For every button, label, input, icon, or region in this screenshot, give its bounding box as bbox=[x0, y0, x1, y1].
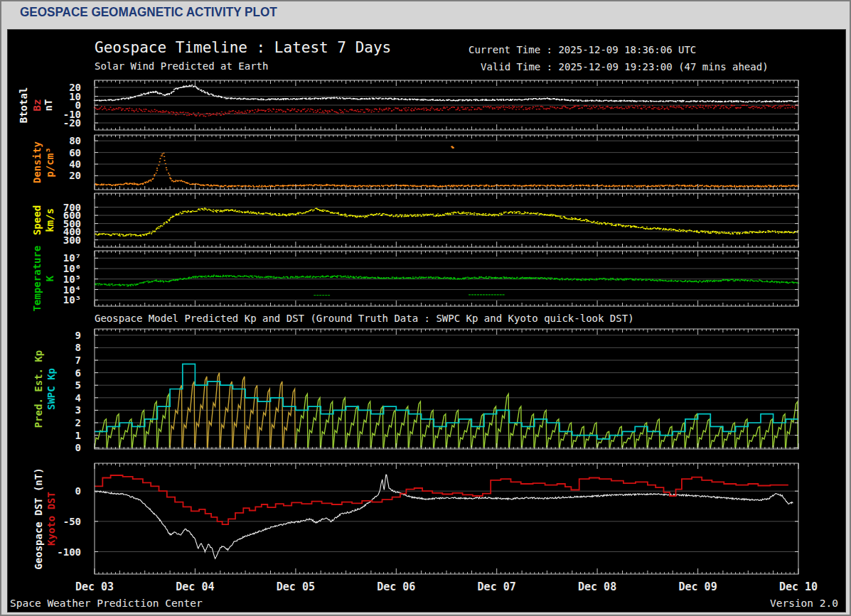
trace-pred-est-kp bbox=[119, 419, 132, 448]
trace-pred-est-kp bbox=[233, 377, 245, 448]
ytick-label: 20 bbox=[69, 170, 81, 181]
axis-label-temperature-0: Temperature bbox=[31, 246, 43, 312]
trace-pred-est-kp bbox=[434, 414, 446, 448]
trace-pred-est-kp bbox=[497, 394, 509, 448]
trace-pred-est-kp bbox=[195, 377, 207, 448]
ytick-label: 8 bbox=[75, 342, 81, 353]
axis-label-kp-0: Pred. Est. Kp bbox=[33, 350, 44, 428]
trace-pred-est-kp bbox=[572, 426, 584, 448]
xtick-label: Dec 10 bbox=[779, 580, 818, 593]
trace-pred-est-kp bbox=[346, 406, 358, 448]
trace-temperature bbox=[95, 275, 799, 286]
trace-pred-est-kp bbox=[321, 401, 333, 448]
axis-label-imf-2: nT bbox=[43, 99, 54, 112]
xtick-label: Dec 05 bbox=[277, 580, 315, 593]
trace-pred-est-kp bbox=[748, 426, 760, 448]
ytick-label: 0 bbox=[75, 485, 81, 497]
ytick-label: 7 bbox=[75, 355, 81, 366]
trace-pred-est-kp bbox=[535, 410, 547, 448]
trace-pred-est-kp bbox=[183, 382, 195, 448]
trace-pred-est-kp bbox=[623, 431, 635, 448]
trace-pred-est-kp bbox=[409, 401, 421, 448]
axis-label-density-1: p/cm³ bbox=[44, 147, 55, 177]
axis-label-dst-1: Kyoto DST bbox=[46, 492, 57, 546]
trace-kyoto-dst bbox=[95, 475, 788, 524]
trace-pred-est-kp bbox=[145, 401, 157, 448]
trace-pred-est-kp bbox=[710, 426, 722, 448]
trace-pred-est-kp bbox=[774, 414, 786, 448]
trace-pred-est-kp bbox=[484, 406, 496, 448]
xtick-label: Dec 06 bbox=[377, 580, 415, 593]
trace-pred-est-kp bbox=[358, 401, 370, 448]
ytick-label: 40 bbox=[69, 158, 81, 170]
ytick-label: 9 bbox=[75, 330, 81, 341]
page-title: GEOSPACE GEOMAGNETIC ACTIVITY PLOT bbox=[20, 4, 277, 20]
header-bar: GEOSPACE GEOMAGNETIC ACTIVITY PLOT bbox=[20, 4, 306, 20]
ytick-label: 3 bbox=[75, 404, 81, 416]
panel-kp: 9876543210Pred. Est. KpSWPC Kp bbox=[33, 329, 798, 453]
axis-label-kp-1: SWPC Kp bbox=[46, 368, 57, 410]
xtick-label: Dec 09 bbox=[679, 580, 717, 593]
trace-pred-est-kp bbox=[698, 419, 710, 448]
trace-pred-est-kp bbox=[509, 406, 521, 448]
trace-pred-est-kp bbox=[597, 431, 609, 448]
trace-pred-est-kp bbox=[786, 401, 798, 448]
trace-pred-est-kp bbox=[245, 385, 257, 448]
trace-pred-est-kp bbox=[296, 394, 308, 448]
trace-pred-est-kp bbox=[95, 419, 107, 448]
ytick-label: 0 bbox=[75, 442, 81, 453]
axis-label-speed-0: Speed bbox=[31, 205, 43, 235]
ytick-label: 2 bbox=[75, 417, 81, 428]
geospace-plot-image: Geospace Timeline : Latest 7 Days Solar … bbox=[7, 29, 846, 612]
xtick-label: Dec 08 bbox=[578, 580, 616, 593]
chart-canvas: 20100-10-20BtotalBznT80604020Densityp/cm… bbox=[8, 30, 845, 612]
panel-density: 80604020Densityp/cm³ bbox=[31, 135, 799, 190]
axis-label-speed-1: km/s bbox=[44, 208, 55, 232]
trace-pred-est-kp bbox=[422, 410, 434, 448]
ytick-label: -50 bbox=[63, 516, 81, 527]
ytick-label: 5 bbox=[75, 379, 81, 391]
trace-pred-est-kp bbox=[157, 394, 169, 448]
ytick-label: 10⁴ bbox=[63, 284, 81, 296]
ytick-label: 10³ bbox=[63, 294, 81, 306]
trace-pred-est-kp bbox=[107, 414, 119, 448]
ytick-label: 10⁵ bbox=[63, 274, 81, 285]
panel-imf: 20100-10-20BtotalBznT bbox=[18, 80, 798, 130]
ytick-label: 60 bbox=[69, 147, 81, 158]
trace-pred-est-kp bbox=[132, 410, 144, 448]
ytick-label: 1 bbox=[75, 430, 81, 441]
axis-label-density-0: Density bbox=[31, 141, 43, 183]
trace-pred-est-kp bbox=[384, 410, 396, 448]
trace-pred-est-kp bbox=[648, 419, 660, 448]
trace-pred-est-kp bbox=[396, 406, 408, 448]
panel-dst: 0-50-100Geospace DST (nT)Kyoto DST bbox=[33, 463, 798, 574]
trace-pred-est-kp bbox=[660, 426, 673, 448]
trace-pred-est-kp bbox=[547, 419, 559, 448]
ytick-label: 6 bbox=[75, 367, 81, 379]
axis-label-imf-1: Bz bbox=[31, 99, 43, 112]
xtick-label: Dec 03 bbox=[75, 580, 114, 593]
trace-pred-est-kp bbox=[220, 382, 232, 448]
trace-pred-est-kp bbox=[271, 382, 283, 448]
page: GEOSPACE GEOMAGNETIC ACTIVITY PLOT Geosp… bbox=[0, 0, 851, 616]
trace-temperature-low bbox=[314, 295, 504, 296]
trace-geospace-dst bbox=[95, 475, 793, 558]
ytick-label: 300 bbox=[63, 234, 81, 246]
ytick-label: -100 bbox=[57, 546, 81, 558]
xtick-label: Dec 07 bbox=[478, 580, 516, 593]
xtick-label: Dec 04 bbox=[176, 580, 214, 593]
panel-speed: 700600500400300Speedkm/s bbox=[31, 193, 798, 247]
trace-speed bbox=[95, 208, 798, 237]
trace-pred-est-kp bbox=[459, 419, 471, 448]
trace-pred-est-kp bbox=[371, 406, 383, 448]
ytick-label: 80 bbox=[69, 135, 81, 146]
ytick-label: 10⁷ bbox=[63, 252, 81, 264]
axis-label-temperature-1: K bbox=[44, 275, 55, 281]
trace-pred-est-kp bbox=[610, 426, 622, 448]
trace-pred-est-kp bbox=[761, 419, 773, 448]
ytick-label: 10⁶ bbox=[63, 263, 81, 274]
axis-label-imf-0: Btotal bbox=[18, 87, 29, 124]
panel-temperature: 10⁷10⁶10⁵10⁴10³TemperatureK bbox=[31, 246, 799, 312]
trace-pred-est-kp bbox=[446, 410, 459, 448]
ytick-label: -20 bbox=[63, 117, 81, 129]
